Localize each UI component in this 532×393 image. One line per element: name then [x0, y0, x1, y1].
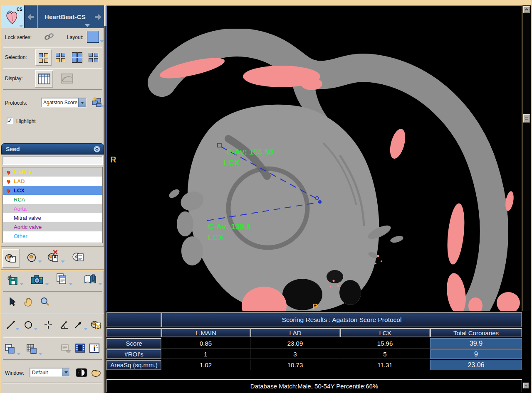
app-title-button[interactable]: HeartBeat-CS: [37, 5, 93, 28]
magnifier-icon: [40, 297, 50, 307]
send-note-icon: [61, 344, 72, 354]
overlay-copy-dropdown-icon[interactable]: [17, 353, 21, 355]
protocols-select[interactable]: Agatston Score: [41, 98, 87, 108]
cell-areasq-lad: 10.73: [250, 360, 340, 370]
arrow-dropdown-icon[interactable]: [84, 328, 88, 330]
logo-dropdown-icon[interactable]: [19, 25, 23, 27]
send-note-button[interactable]: [60, 344, 73, 354]
seed-item-lcx-selected[interactable]: ♥ LCX: [3, 186, 102, 195]
seed-item-rca[interactable]: RCA: [3, 195, 102, 204]
layout-button[interactable]: [87, 31, 99, 43]
window-value: Default: [30, 370, 62, 376]
roi-report-button[interactable]: [71, 251, 85, 264]
selection-all-joined-icon: [72, 52, 82, 63]
ellipse-dropdown-icon[interactable]: [34, 328, 38, 330]
seed-item-aortic-valve[interactable]: Aortic valve: [3, 222, 102, 231]
scrollbar-up-button[interactable]: [523, 6, 530, 13]
cell-score-lad: 23.09: [250, 338, 340, 349]
next-button[interactable]: [92, 5, 104, 28]
snapshot-button[interactable]: [30, 274, 45, 285]
overlay-copy-button[interactable]: [4, 343, 16, 355]
ct-viewport[interactable]: C-Av: 153.83 LCX C-Av: 139.8 LCX R P: [106, 5, 522, 311]
annotation-arrow-button[interactable]: [73, 319, 84, 330]
zoom-tool-button[interactable]: [39, 295, 51, 308]
selection-row-button[interactable]: [54, 51, 67, 64]
line-dropdown-icon[interactable]: [15, 328, 20, 330]
measure-vessel-2[interactable]: LCX: [208, 233, 224, 242]
cell-rois-lcx: 5: [340, 349, 430, 359]
cine-button[interactable]: [74, 343, 86, 354]
pointer-tool-button[interactable]: [6, 295, 18, 308]
layout-dropdown-icon[interactable]: [100, 40, 104, 43]
seed-item-mitral-valve[interactable]: Mitral valve: [3, 213, 102, 222]
copy-pages-icon: [56, 273, 67, 285]
table-icon: [38, 74, 50, 84]
collapse-chevron-icon[interactable]: [94, 146, 100, 152]
roi-draw-button[interactable]: [25, 251, 38, 264]
window-label: Window:: [5, 370, 24, 376]
measure-vessel-1[interactable]: LCX: [224, 158, 240, 167]
measure-line-button[interactable]: [5, 319, 16, 330]
selection-single-icon: [39, 53, 48, 63]
save-button[interactable]: [5, 273, 20, 286]
protocols-select-arrow[interactable]: [78, 98, 86, 107]
selection-all-joined-button[interactable]: [71, 51, 83, 64]
report-book-button[interactable]: [83, 273, 98, 285]
roi-draw-dropdown-icon[interactable]: [38, 260, 42, 263]
protocols-label: Protocols:: [5, 100, 27, 106]
save-dropdown-icon[interactable]: [20, 283, 24, 285]
copy-button[interactable]: [55, 272, 68, 285]
table-corner-cell: [106, 312, 161, 327]
seed-item-lmain[interactable]: ♥ L.MAIN: [3, 167, 102, 177]
roi-auto-label-button[interactable]: A: [2, 249, 20, 268]
measure-value-1[interactable]: C-Av: 153.83: [226, 147, 273, 156]
measure-value-2[interactable]: C-Av: 139.8: [208, 222, 251, 231]
grid-layout-button[interactable]: [25, 343, 38, 355]
results-zone: Scoring Results : Agatston Score Protoco…: [106, 311, 531, 393]
seed-panel-header[interactable]: Seed: [1, 143, 104, 155]
pan-tool-button[interactable]: [22, 295, 35, 308]
window-select[interactable]: Default: [30, 368, 70, 377]
app-title: HeartBeat-CS: [45, 13, 86, 20]
red-x-icon: [53, 250, 58, 255]
scroll-up-icon: [524, 7, 529, 12]
display-graph-button[interactable]: [60, 73, 74, 84]
info-icon: [89, 343, 100, 353]
previous-button[interactable]: [25, 5, 37, 28]
ct-image[interactable]: C-Av: 153.83 LCX C-Av: 139.8 LCX R P: [107, 6, 522, 311]
image-info-button[interactable]: [89, 343, 100, 354]
seed-item-lad[interactable]: ♥ LAD: [3, 177, 102, 186]
grid-layout-dropdown-icon[interactable]: [38, 353, 42, 355]
hand-icon: [23, 297, 33, 307]
window-shape-button[interactable]: [90, 368, 102, 378]
status-corner-widget[interactable]: [523, 383, 529, 388]
seed-item-aorta[interactable]: Aorta: [3, 204, 102, 213]
measure-ellipse-button[interactable]: [23, 319, 34, 330]
snapshot-dropdown-icon[interactable]: [45, 283, 49, 285]
delete-annotation-button[interactable]: [89, 319, 103, 331]
selection-all-button[interactable]: [87, 51, 99, 64]
lock-series-chain-icon[interactable]: [44, 33, 54, 40]
copy-dropdown-icon[interactable]: [69, 283, 73, 285]
display-table-button[interactable]: [35, 70, 53, 88]
roi-delete-dropdown-icon[interactable]: [61, 260, 65, 263]
scrollbar-thumb[interactable]: [523, 114, 530, 123]
database-match-bar: Database Match:Male, 50-54Y Percentile:6…: [106, 379, 522, 392]
add-protocol-icon[interactable]: [90, 97, 102, 108]
highlight-checkbox[interactable]: ✓: [7, 118, 13, 124]
selection-single-button[interactable]: [35, 49, 52, 66]
seed-filter-input[interactable]: [2, 156, 103, 165]
measure-angle-button[interactable]: [59, 319, 69, 330]
title-dropdown-icon[interactable]: [85, 24, 90, 27]
book-dropdown-icon[interactable]: [98, 283, 102, 285]
window-select-arrow[interactable]: [62, 368, 69, 376]
viewer-scrollbar[interactable]: [522, 5, 531, 311]
measure-point-button[interactable]: [43, 319, 54, 330]
app-logo-button[interactable]: CS: [1, 5, 25, 28]
roi-delete-button[interactable]: A: [46, 251, 60, 264]
sidebar: CS HeartBeat-CS Lock series: Layout: Sel…: [1, 5, 104, 393]
invert-contrast-button[interactable]: [75, 368, 88, 378]
save-icon: [6, 274, 19, 285]
selection-all-icon: [89, 53, 98, 62]
seed-item-other[interactable]: Other: [3, 231, 102, 241]
